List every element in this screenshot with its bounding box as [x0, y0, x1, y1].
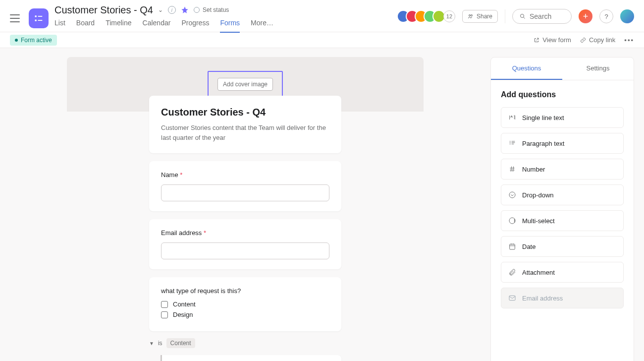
set-status-button[interactable]: Set status	[194, 6, 229, 13]
info-icon[interactable]: i	[168, 6, 176, 14]
more-actions-button[interactable]: •••	[624, 36, 634, 44]
tab-progress[interactable]: Progress	[181, 19, 209, 33]
add-cover-image-button[interactable]: Add cover image	[217, 78, 273, 91]
qtype-attachment[interactable]: Attachment	[501, 262, 624, 283]
tab-calendar[interactable]: Calendar	[143, 19, 171, 33]
checkbox-design[interactable]: Design	[161, 311, 329, 318]
search-icon	[520, 13, 526, 20]
branch-tag: Content	[166, 338, 195, 348]
svg-rect-1	[35, 20, 37, 21]
branch-question[interactable]: Choose an option Choose one… ⌄	[161, 355, 341, 361]
qtype-single-line[interactable]: Single line text	[501, 107, 624, 128]
view-form-button[interactable]: View form	[534, 36, 571, 44]
svg-point-4	[469, 15, 470, 16]
questions-panel: Questions Settings Add questions Single …	[490, 57, 634, 361]
search-box[interactable]	[512, 9, 572, 24]
search-input[interactable]	[530, 12, 564, 20]
member-avatars[interactable]: 12	[401, 10, 455, 23]
add-button[interactable]: +	[579, 9, 592, 23]
project-icon	[29, 8, 49, 28]
share-label: Share	[477, 13, 492, 20]
link-icon	[580, 37, 586, 43]
sidepanel-tab-settings[interactable]: Settings	[562, 58, 634, 80]
tab-timeline[interactable]: Timeline	[106, 19, 131, 33]
question-email[interactable]: Email address *	[149, 219, 341, 269]
menu-icon[interactable]	[10, 14, 20, 22]
svg-rect-3	[38, 20, 42, 21]
qtype-multiselect[interactable]: Multi-select	[501, 210, 624, 231]
sidepanel-tab-questions[interactable]: Questions	[491, 58, 562, 80]
svg-point-11	[514, 222, 515, 222]
svg-rect-2	[38, 16, 42, 17]
form-title: Customer Stories - Q4	[161, 107, 329, 118]
qtype-dropdown[interactable]: Drop-down	[501, 184, 624, 205]
qtype-number[interactable]: Number	[501, 159, 624, 180]
checkbox-content[interactable]: Content	[161, 301, 329, 308]
tab-board[interactable]: Board	[76, 19, 95, 33]
user-avatar[interactable]	[620, 9, 634, 23]
external-link-icon	[534, 37, 539, 43]
qtype-date[interactable]: Date	[501, 236, 624, 257]
svg-point-7	[509, 192, 515, 198]
star-icon[interactable]	[181, 6, 189, 14]
chevron-down-icon[interactable]: ⌄	[158, 6, 163, 13]
svg-point-9	[514, 219, 515, 220]
svg-point-5	[471, 15, 472, 16]
share-button[interactable]: Share	[462, 10, 498, 23]
triangle-down-icon: ▼	[149, 341, 154, 346]
member-count[interactable]: 12	[443, 10, 455, 22]
tab-list[interactable]: List	[54, 19, 65, 33]
project-title[interactable]: Customer Stories - Q4	[54, 4, 153, 16]
svg-rect-13	[509, 296, 515, 300]
svg-rect-12	[510, 244, 515, 249]
qtype-paragraph[interactable]: Paragraph text	[501, 133, 624, 154]
question-request-type[interactable]: what type of request is this? Content De…	[149, 277, 341, 331]
question-name[interactable]: Name *	[149, 161, 341, 211]
svg-point-6	[521, 14, 524, 18]
form-description: Customer Stories content that the Team w…	[161, 123, 329, 142]
form-header-card[interactable]: Customer Stories - Q4 Customer Stories c…	[149, 96, 341, 153]
email-input[interactable]	[161, 242, 329, 259]
qtype-email: Email address	[501, 288, 624, 308]
tab-forms[interactable]: Forms	[220, 19, 240, 33]
tab-more[interactable]: More…	[251, 19, 273, 33]
add-questions-heading: Add questions	[501, 90, 624, 99]
copy-link-button[interactable]: Copy link	[580, 36, 615, 44]
help-button[interactable]: ?	[599, 9, 613, 23]
form-active-badge: Form active	[10, 35, 57, 46]
divider	[505, 9, 505, 23]
svg-point-10	[514, 220, 515, 221]
svg-rect-0	[35, 15, 37, 17]
branch-condition[interactable]: ▼ is Content	[149, 338, 341, 348]
name-input[interactable]	[161, 184, 329, 201]
